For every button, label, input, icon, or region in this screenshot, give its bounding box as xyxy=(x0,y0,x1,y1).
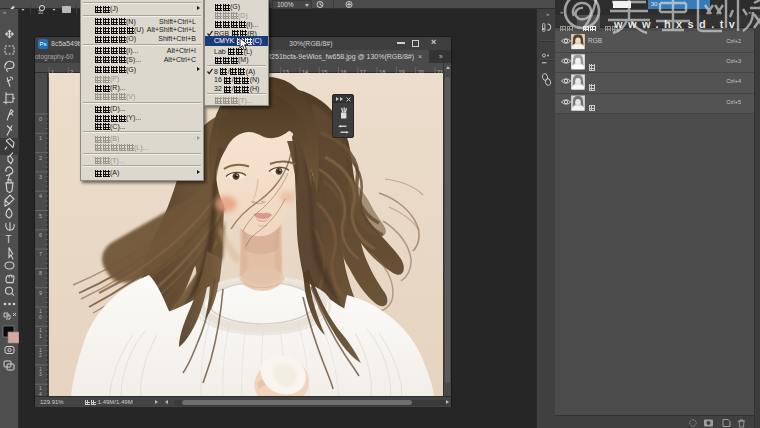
svg-text:5: 5 xyxy=(39,213,42,219)
svg-text:7: 7 xyxy=(39,251,42,257)
svg-text:0: 0 xyxy=(39,116,42,122)
svg-text:6: 6 xyxy=(39,232,42,238)
svg-text:3: 3 xyxy=(39,371,42,377)
svg-text:2: 2 xyxy=(39,155,42,161)
svg-text:T: T xyxy=(6,234,12,245)
svg-text:4: 4 xyxy=(39,193,42,199)
svg-text:1: 1 xyxy=(39,333,42,339)
svg-text:2: 2 xyxy=(39,352,42,358)
svg-text:1: 1 xyxy=(39,135,42,141)
svg-text:3: 3 xyxy=(39,174,42,180)
svg-text:0: 0 xyxy=(39,314,42,320)
svg-text:30: 30 xyxy=(38,10,44,15)
svg-text:9: 9 xyxy=(39,290,42,296)
svg-text:8: 8 xyxy=(39,270,42,276)
